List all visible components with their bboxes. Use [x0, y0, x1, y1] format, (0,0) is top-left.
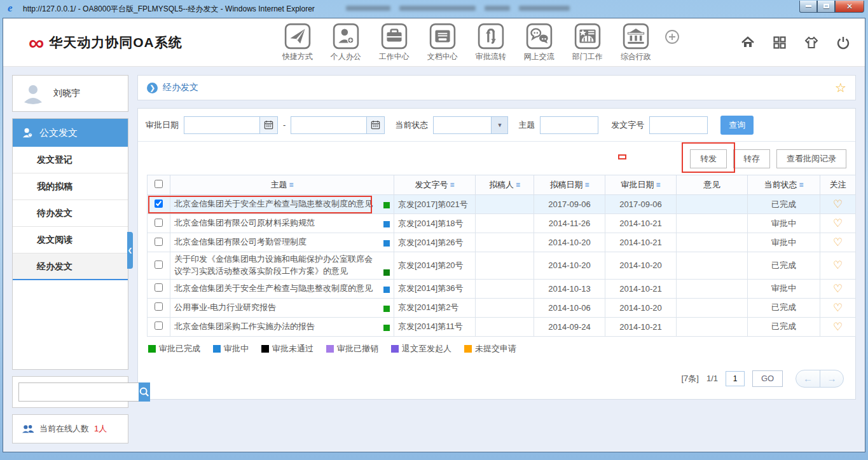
row-checkbox[interactable] [155, 260, 163, 269]
column-header[interactable]: 主题≡ [170, 175, 394, 195]
approve-date-to-input[interactable] [291, 117, 366, 133]
select-all-header[interactable] [148, 175, 170, 195]
table-row[interactable]: 公用事业-电力行业研究报告 京发[2014]第2号 2014-10-06 201… [148, 298, 856, 317]
sort-icon[interactable]: ≡ [656, 180, 660, 189]
calendar-icon[interactable] [259, 117, 277, 133]
sidebar-menu-item[interactable]: 待办发文 [13, 200, 128, 227]
approve-date-from-input[interactable] [184, 117, 259, 133]
nav-item-work-center[interactable]: 工作中心 [375, 23, 414, 62]
documents-table-wrap: 主题≡发文字号≡拟稿人≡拟稿日期≡审批日期≡意见当前状态≡关注 北京金信集团关于… [138, 175, 855, 337]
minimize-button[interactable] [799, 1, 817, 13]
status-select[interactable]: ▼ [433, 116, 508, 134]
nav-item-administration[interactable]: 综合行政 [616, 23, 656, 62]
calendar-icon[interactable] [366, 117, 384, 133]
favorite-heart-icon[interactable]: ♡ [833, 283, 843, 295]
current-status: 已完成 [748, 317, 820, 336]
nav-item-personal-office[interactable]: 个人办公 [326, 23, 366, 62]
nav-item-shortcuts[interactable]: 快捷方式 [278, 23, 317, 62]
sort-icon[interactable]: ≡ [450, 180, 454, 189]
drafter [476, 317, 534, 336]
table-row[interactable]: 北京金信集团有限公司原材料采购规范 京发[2014]第18号 2014-11-2… [148, 214, 856, 233]
chevron-down-icon[interactable]: ▼ [491, 117, 507, 133]
sort-icon[interactable]: ≡ [289, 180, 293, 189]
column-header[interactable]: 发文字号≡ [394, 175, 476, 195]
go-button[interactable]: GO [752, 370, 783, 387]
favorite-heart-icon[interactable]: ♡ [833, 236, 843, 248]
column-header[interactable]: 审批日期≡ [605, 175, 677, 195]
nav-item-department-work[interactable]: 部门工作 [568, 23, 607, 62]
sidebar-collapse-handle[interactable]: ❮ [127, 232, 133, 269]
column-header[interactable]: 拟稿人≡ [476, 175, 534, 195]
user-card: 刘晓宇 [12, 75, 128, 112]
table-row[interactable]: 北京金信集团关于安全生产检查与隐患整改制度的意见 京发[2014]第36号 20… [148, 279, 856, 298]
subject-filter-input[interactable] [540, 116, 598, 134]
bank-icon [623, 23, 649, 50]
favorite-heart-icon[interactable]: ♡ [833, 198, 843, 210]
sort-icon[interactable]: ≡ [584, 180, 589, 189]
favorite-heart-icon[interactable]: ♡ [833, 302, 843, 314]
forward-button[interactable]: 转发 [690, 149, 727, 168]
annotation-red-dash [618, 154, 626, 159]
legend-item: 未提交申请 [464, 343, 516, 355]
close-button[interactable]: ✕ [835, 1, 864, 13]
sidebar-menu-item[interactable]: 发文阅读 [13, 227, 128, 254]
sidebar-search-input[interactable] [18, 382, 139, 402]
row-checkbox[interactable] [155, 321, 163, 330]
nav-item-approval-flow[interactable]: 审批流转 [471, 23, 511, 62]
sidebar: 刘晓宇 公文发文 发文登记 我的拟稿 待办发文 [12, 75, 128, 443]
approve-date: 2014-10-20 [605, 298, 677, 317]
row-checkbox[interactable] [155, 238, 163, 246]
sidebar-menu-item[interactable]: 发文登记 [13, 147, 128, 173]
column-header[interactable]: 当前状态≡ [748, 175, 820, 195]
select-all-checkbox[interactable] [155, 180, 163, 188]
actions-bar: 转发 转存 查看批阅记录 [138, 142, 855, 175]
list-panel: 审批日期 - 当前状态 ▼ [137, 108, 856, 400]
online-users-icon [22, 424, 34, 434]
row-checkbox[interactable] [155, 283, 163, 292]
nav-item-document-center[interactable]: 文档中心 [423, 23, 462, 62]
table-row[interactable]: 北京金信集团采购工作实施办法的报告 京发[2014]第11号 2014-09-2… [148, 317, 856, 336]
column-header[interactable]: 拟稿日期≡ [534, 175, 605, 195]
query-button[interactable]: 查询 [720, 116, 754, 135]
page-number-input[interactable] [726, 371, 745, 386]
view-review-records-button[interactable]: 查看批阅记录 [776, 149, 846, 168]
legend-item: 审批已撤销 [326, 343, 378, 355]
prev-page-icon[interactable]: ← [796, 370, 820, 387]
nav-item-online-chat[interactable]: 网上交流 [520, 23, 559, 62]
current-status: 已完成 [748, 252, 820, 280]
favorite-star-icon[interactable]: ☆ [835, 80, 846, 95]
table-row[interactable]: 北京金信集团关于安全生产检查与隐患整改制度的意见 京发[2017]第021号 2… [148, 195, 856, 214]
next-page-icon[interactable]: → [820, 370, 843, 387]
sidebar-menu-item[interactable]: 经办发文 [13, 254, 128, 280]
table-row[interactable]: 北京金信集团有限公司考勤管理制度 京发[2014]第26号 2014-10-20… [148, 233, 856, 252]
sidebar-menu: 公文发文 发文登记 我的拟稿 待办发文 发文阅读 经办发文 [12, 118, 128, 370]
row-checkbox[interactable] [155, 200, 163, 208]
doc-number: 京发[2014]第11号 [394, 317, 476, 336]
draft-date: 2014-10-13 [534, 279, 605, 298]
power-logout-icon[interactable] [836, 35, 851, 50]
favorite-heart-icon[interactable]: ♡ [833, 321, 843, 333]
sidebar-menu-item[interactable]: 我的拟稿 [13, 173, 128, 200]
add-module-icon[interactable] [665, 29, 680, 44]
sort-icon[interactable]: ≡ [516, 180, 520, 189]
draft-date: 2017-09-06 [534, 195, 605, 214]
sort-icon[interactable]: ≡ [799, 180, 803, 189]
favorite-heart-icon[interactable]: ♡ [833, 259, 843, 271]
row-checkbox[interactable] [155, 219, 163, 227]
row-checkbox[interactable] [155, 302, 163, 311]
sidebar-search-button[interactable] [139, 382, 150, 402]
theme-shirt-icon[interactable] [804, 35, 819, 50]
subject-filter-label: 主题 [518, 119, 535, 131]
favorite-heart-icon[interactable]: ♡ [833, 217, 843, 229]
table-row[interactable]: 关于印发《金信集团电力设施和电能保护办公室联席会议学习实践活动整改落实阶段工作方… [148, 252, 856, 280]
apps-grid-icon[interactable] [772, 35, 787, 50]
restore-button[interactable] [817, 1, 835, 13]
doc-no-filter-input[interactable] [649, 116, 708, 134]
approve-date: 2017-09-06 [605, 195, 677, 214]
draft-date: 2014-10-06 [534, 298, 605, 317]
save-as-button[interactable]: 转存 [733, 149, 770, 168]
drafter [476, 252, 534, 280]
window-title: http://127.0.0.1/ - OA8000平台版_FPLMYSQL5-… [23, 4, 315, 15]
menu-header-document-dispatch[interactable]: 公文发文 [13, 119, 128, 147]
home-icon[interactable] [740, 35, 755, 50]
